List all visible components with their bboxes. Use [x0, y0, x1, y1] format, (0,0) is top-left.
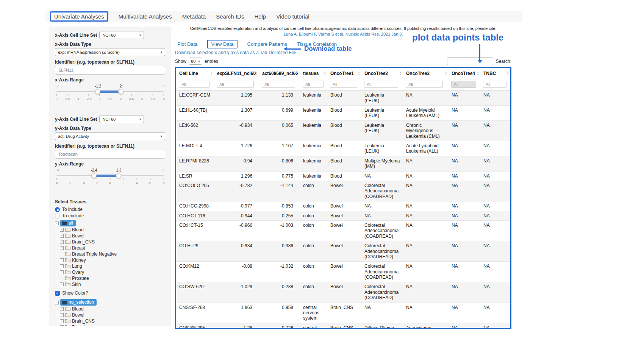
tree-root-no-selection[interactable]: no_selection: [60, 299, 97, 306]
tree-collapse-icon[interactable]: -: [55, 301, 59, 304]
table-row-le-k-562[interactable]: LE:K-562-0.9340.065leukemiaBloodLeukemia…: [176, 120, 510, 141]
column-filter-oncotree2[interactable]: [364, 81, 398, 88]
nav-tab-univariate-analyses[interactable]: Univariate Analyses: [50, 11, 108, 22]
tree-expand-icon[interactable]: +: [60, 270, 64, 274]
tab-compare-patterns[interactable]: Compare Patterns: [247, 41, 288, 47]
sort-icon[interactable]: ▲▼: [296, 71, 299, 76]
show-color-checkbox[interactable]: ✓ Show Color?: [55, 290, 165, 296]
tree-expand-icon[interactable]: +: [60, 228, 64, 232]
table-row-co-colo-205[interactable]: CO:COLO 205-0.782-1.144colonBowelColorec…: [176, 181, 510, 201]
tree-collapse-icon[interactable]: -: [55, 222, 59, 225]
table-row-co-km12[interactable]: CO:KM12-0.88-1.032colonBowelColorectal A…: [176, 262, 510, 282]
table-row-cns-sf-268[interactable]: CNS:SF-2681.8630.958central nervous syst…: [176, 303, 510, 323]
tree-item-lung[interactable]: +Lung: [60, 263, 165, 269]
column-header-oncotree1[interactable]: OncoTree1▲▼: [327, 68, 361, 79]
table-row-co-ht29[interactable]: CO:HT29-0.934-0.386colonBowelColorectal …: [176, 241, 510, 262]
tree-expand-icon[interactable]: +: [60, 313, 64, 317]
nav-tab-metadata[interactable]: Metadata: [182, 13, 206, 20]
column-filter-oncotree4[interactable]: [451, 81, 476, 88]
tree-item-blood[interactable]: +Blood: [60, 306, 165, 312]
column-header-oncotree3[interactable]: OncoTree3▲▼: [403, 68, 449, 79]
tree-item-brain-cns[interactable]: +Brain_CNS: [60, 239, 165, 245]
column-filter-expslfn11-nci60[interactable]: [217, 81, 254, 88]
tissue-exclude-radio[interactable]: To exclude: [55, 213, 165, 218]
tree-item-prostate[interactable]: Prostate: [60, 275, 165, 281]
x-axis-range-slider[interactable]: -7-1.228-7-5.5-4-2.5-10.523.556.58: [56, 84, 164, 104]
column-header-tnbc[interactable]: TNBC▲▼: [480, 68, 510, 79]
y-axis-range-slider[interactable]: -8-2.41.38-8-6-4-202468: [56, 168, 164, 188]
column-filter-cell-line[interactable]: [179, 81, 209, 88]
sort-icon[interactable]: ▲▼: [324, 71, 326, 76]
tree-expand-icon[interactable]: +: [60, 246, 64, 250]
nav-tab-search-ids[interactable]: Search IDs: [216, 13, 244, 20]
tree-item-blood[interactable]: +Blood: [60, 227, 165, 232]
tree-expand-icon[interactable]: +: [60, 264, 64, 268]
tab-view-data[interactable]: View Data: [207, 40, 237, 48]
tree-item-skin[interactable]: +Skin: [60, 281, 165, 287]
x-axis-identifier-input[interactable]: SLFN11: [55, 66, 165, 75]
sort-icon[interactable]: ▲▼: [358, 71, 360, 76]
nav-tab-video-tutorial[interactable]: Video tutorial: [276, 13, 309, 20]
sort-icon[interactable]: ▲▼: [210, 71, 213, 76]
sort-icon[interactable]: ▲▼: [506, 71, 509, 76]
table-row-le-sr[interactable]: LE:SR1.2960.775leukemiaBloodNANANANA: [176, 171, 510, 181]
nav-tab-multivariate-analyses[interactable]: Multivariate Analyses: [119, 13, 172, 20]
slider-handle-high[interactable]: [118, 89, 123, 94]
tree-expand-icon[interactable]: +: [60, 319, 64, 323]
nav-tab-help[interactable]: Help: [254, 13, 266, 20]
column-filter-act609699-nci60[interactable]: [262, 81, 295, 88]
column-header-tissues[interactable]: tissues▲▼: [300, 68, 327, 79]
table-row-le-ccrf-cem[interactable]: LE:CCRF-CEM1.1951.133leukemiaBloodLeukem…: [176, 90, 510, 106]
tree-item-bowel[interactable]: +Bowel: [60, 233, 165, 239]
column-header-oncotree4[interactable]: OncoTree4▲▼: [449, 68, 480, 79]
tree-expand-icon[interactable]: +: [60, 307, 64, 311]
slider-handle-high[interactable]: [116, 173, 121, 178]
table-row-cns-sf-295[interactable]: CNS:SF-2951.280.726central nervous syste…: [176, 323, 510, 329]
slider-track[interactable]: [56, 173, 164, 178]
table-row-le-hl-60-tb[interactable]: LE:HL-60(TB)1.3070.699leukemiaBloodLeuke…: [176, 106, 510, 121]
tree-item-breast[interactable]: +Breast: [60, 324, 165, 326]
tree-expand-icon[interactable]: +: [60, 258, 64, 262]
x-axis-data-type-select[interactable]: exp: mRNA Expression (Z-Score): [55, 48, 165, 56]
column-header-expslfn11-nci60[interactable]: expSLFN11_nci60▲▼: [214, 68, 259, 79]
table-row-le-molt-4[interactable]: LE:MOLT-41.7261.107leukemiaBloodLeukemia…: [176, 141, 510, 156]
search-input[interactable]: [447, 57, 493, 65]
column-filter-oncotree3[interactable]: [406, 81, 443, 88]
table-row-co-sw-620[interactable]: CO:SW-620-1.0290.238colonBowelColorectal…: [176, 282, 510, 303]
y-axis-cell-line-set-select[interactable]: NCI-60: [99, 115, 144, 123]
sort-icon[interactable]: ▲▼: [445, 71, 447, 76]
sort-icon[interactable]: ▲▼: [399, 71, 402, 76]
slider-handle-low[interactable]: [95, 89, 100, 94]
tree-item-brain-cns[interactable]: +Brain_CNS: [60, 318, 165, 324]
column-header-cell-line[interactable]: Cell Line▲▼: [176, 68, 214, 79]
table-row-le-rpmi-8226[interactable]: LE:RPMI-8226-0.94-0.806leukemiaBloodMult…: [176, 156, 510, 171]
sort-icon[interactable]: ▲▼: [477, 71, 479, 76]
tree-expand-icon[interactable]: +: [60, 282, 64, 286]
table-row-co-hcc-2998[interactable]: CO:HCC-2998-0.977-0.853colonBowelNANANAN…: [176, 201, 510, 211]
column-header-act609699-nci60[interactable]: act609699_nci60▲▼: [259, 68, 300, 79]
tree-expand-icon[interactable]: +: [60, 234, 64, 238]
slider-track[interactable]: [56, 89, 164, 94]
tab-plot-data[interactable]: Plot Data: [177, 41, 197, 47]
column-filter-tnbc[interactable]: [483, 81, 506, 88]
tree-item-bowel[interactable]: +Bowel: [60, 312, 165, 318]
tree-item-kidney[interactable]: +Kidney: [60, 257, 165, 263]
tree-expand-icon[interactable]: +: [60, 240, 64, 244]
table-row-co-hct-116[interactable]: CO:HCT-116-0.9440.255colonBowelNANANANA: [176, 211, 510, 220]
tree-item-breast[interactable]: +Breast: [60, 245, 165, 251]
x-axis-cell-line-set-select[interactable]: NCI-60: [99, 31, 144, 39]
tree-item-ovary[interactable]: +Ovary: [60, 269, 165, 275]
download-link[interactable]: Download selected x and y axis data as a…: [175, 50, 296, 55]
y-axis-identifier-input[interactable]: Topotecan: [55, 150, 165, 159]
column-header-oncotree2[interactable]: OncoTree2▲▼: [361, 68, 403, 79]
slider-handle-low[interactable]: [91, 173, 97, 178]
tissue-include-radio[interactable]: To include: [55, 207, 165, 212]
tree-item-breast-triple-negative[interactable]: Breast Triple Negative: [60, 251, 165, 257]
sort-icon[interactable]: ▲▼: [255, 71, 258, 76]
entries-select[interactable]: 60: [189, 58, 202, 65]
table-row-co-hct-15[interactable]: CO:HCT-15-0.966-1.003colonBowelColorecta…: [176, 220, 510, 241]
y-axis-data-type-select[interactable]: act: Drug Activity: [55, 132, 165, 140]
tree-root-all[interactable]: all: [60, 220, 76, 226]
column-filter-tissues[interactable]: [303, 81, 324, 88]
column-filter-oncotree1[interactable]: [330, 81, 357, 88]
